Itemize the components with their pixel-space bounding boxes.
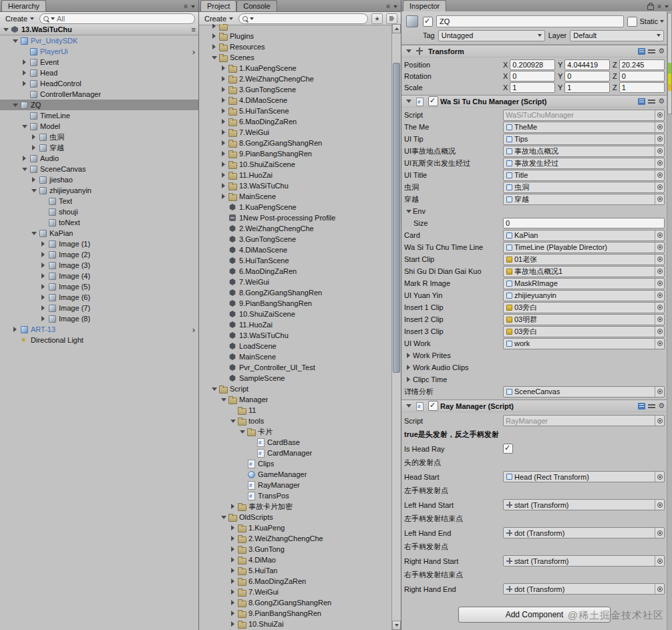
panel-menu-icon[interactable]: ≡ bbox=[386, 3, 390, 10]
number-field[interactable]: 1 bbox=[510, 82, 555, 93]
static-toggle[interactable]: Static bbox=[627, 17, 664, 27]
gameobject-icon[interactable] bbox=[405, 15, 419, 28]
project-row[interactable]: 11 bbox=[199, 405, 392, 416]
project-row[interactable]: Manager bbox=[199, 394, 392, 405]
foldout-closed-icon[interactable] bbox=[39, 271, 47, 281]
object-picker-icon[interactable] bbox=[655, 416, 664, 426]
number-field[interactable]: 1 bbox=[564, 82, 610, 93]
hierarchy-row[interactable]: jieshao bbox=[0, 174, 198, 185]
text-field[interactable]: 0 bbox=[503, 218, 665, 228]
foldout-open-icon[interactable] bbox=[238, 427, 246, 436]
project-row[interactable]: MainScene bbox=[199, 191, 392, 202]
project-create-button[interactable]: Create bbox=[202, 13, 235, 23]
tab-hierarchy[interactable]: Hierarchy bbox=[1, 0, 46, 11]
object-picker-icon[interactable] bbox=[655, 528, 664, 538]
gear-icon[interactable]: ⚙ bbox=[658, 98, 665, 105]
component-header[interactable]: Ray Manager (Script)⚙ bbox=[401, 400, 667, 412]
foldout-closed-icon[interactable] bbox=[228, 609, 237, 618]
project-row[interactable]: 8.GongZiGangShangRen bbox=[199, 597, 392, 608]
project-row[interactable]: Clips bbox=[199, 458, 392, 469]
project-row[interactable]: Script bbox=[199, 383, 392, 394]
hierarchy-row[interactable]: ART-13› bbox=[0, 324, 198, 335]
foldout-closed-icon[interactable] bbox=[219, 96, 228, 105]
hierarchy-row[interactable]: Event bbox=[0, 57, 198, 67]
number-field[interactable]: 4.044419 bbox=[564, 59, 610, 70]
layer-dropdown[interactable]: Default bbox=[570, 30, 664, 41]
project-row[interactable]: 1.KuaPengScene bbox=[199, 63, 392, 73]
object-field[interactable]: RayManager bbox=[503, 415, 665, 426]
project-row[interactable]: SampleScene bbox=[199, 373, 392, 383]
project-row[interactable]: 10.ShuiZai bbox=[199, 619, 392, 629]
project-row[interactable]: LoadScene bbox=[199, 341, 392, 351]
panel-menu-icon[interactable]: ≡ bbox=[657, 3, 661, 10]
object-picker-icon[interactable] bbox=[655, 315, 664, 325]
foldout-row[interactable]: Env bbox=[404, 205, 665, 217]
project-row[interactable]: 11.HuoZai bbox=[199, 319, 392, 330]
inspector-scrollbar[interactable] bbox=[667, 11, 672, 630]
foldout-closed-icon[interactable] bbox=[228, 523, 237, 532]
search-filter-dropdown-icon[interactable] bbox=[250, 17, 254, 20]
project-row[interactable]: RayManager bbox=[199, 480, 392, 490]
object-picker-icon[interactable] bbox=[655, 556, 664, 566]
hierarchy-search-input[interactable]: All bbox=[39, 13, 195, 24]
project-row[interactable]: CardManager bbox=[199, 448, 392, 458]
lock-icon[interactable] bbox=[647, 5, 654, 10]
object-picker-icon[interactable] bbox=[655, 158, 664, 168]
hierarchy-row[interactable]: ControllerManager bbox=[0, 89, 198, 100]
hierarchy-row[interactable]: toNext bbox=[0, 217, 198, 228]
object-field[interactable]: 03明群 bbox=[503, 314, 665, 325]
object-picker-icon[interactable] bbox=[655, 267, 664, 277]
object-picker-icon[interactable] bbox=[655, 170, 664, 180]
search-by-type-button[interactable]: ★ bbox=[371, 13, 383, 24]
project-row[interactable]: 10.ShuiZaiScene bbox=[199, 159, 392, 170]
project-row[interactable]: 5.HuiTanScene bbox=[199, 106, 392, 116]
object-field[interactable]: WaSiTuChuManager bbox=[503, 110, 665, 121]
foldout-open-icon[interactable] bbox=[210, 384, 218, 393]
foldout-closed-icon[interactable] bbox=[228, 566, 237, 575]
object-picker-icon[interactable] bbox=[655, 182, 664, 192]
foldout-closed-icon[interactable] bbox=[228, 555, 237, 565]
object-field[interactable]: 03旁白 bbox=[503, 302, 665, 313]
project-row[interactable]: 10.ShuiZaiScene bbox=[199, 309, 392, 319]
project-row[interactable]: 3.GunTongScene bbox=[199, 234, 392, 245]
project-row[interactable]: 3.GunTongScene bbox=[199, 84, 392, 95]
panel-dropdown-icon[interactable] bbox=[191, 5, 195, 8]
project-row[interactable]: 6.MaoDingZaRen bbox=[199, 116, 392, 127]
foldout-closed-icon[interactable] bbox=[210, 42, 218, 51]
object-field[interactable]: start (Transform) bbox=[503, 499, 665, 510]
project-row[interactable]: MainScene bbox=[199, 351, 392, 362]
object-field[interactable]: 虫洞 bbox=[503, 182, 665, 193]
hierarchy-row[interactable]: Image (6) bbox=[0, 292, 198, 303]
foldout-open-icon[interactable] bbox=[404, 97, 413, 106]
foldout-open-icon[interactable] bbox=[228, 416, 237, 426]
foldout-closed-icon[interactable] bbox=[404, 375, 413, 384]
help-icon[interactable] bbox=[638, 403, 645, 410]
foldout-closed-icon[interactable] bbox=[11, 325, 19, 334]
foldout-closed-icon[interactable] bbox=[39, 303, 47, 313]
project-row[interactable]: 5.HuiTan bbox=[199, 565, 392, 576]
project-row[interactable]: 4.DiMaoScene bbox=[199, 95, 392, 106]
foldout-closed-icon[interactable] bbox=[29, 175, 38, 184]
hierarchy-row[interactable]: ZQ bbox=[0, 100, 198, 110]
foldout-closed-icon[interactable] bbox=[219, 170, 228, 180]
component-enabled-checkbox[interactable] bbox=[428, 96, 438, 106]
object-field[interactable]: 事故地点概况 bbox=[503, 146, 665, 157]
number-field[interactable]: 20.245 bbox=[619, 59, 665, 70]
object-picker-icon[interactable] bbox=[655, 243, 664, 253]
object-picker-icon[interactable] bbox=[655, 134, 664, 144]
foldout-closed-icon[interactable] bbox=[219, 85, 228, 94]
project-row[interactable]: 13.WaSiTuChu bbox=[199, 180, 392, 191]
hierarchy-row[interactable]: shouji bbox=[0, 206, 198, 217]
number-field[interactable]: 0 bbox=[510, 71, 555, 82]
project-row[interactable]: 2.WeiZhangChengChe bbox=[199, 73, 392, 84]
object-field[interactable]: Head (Rect Transform) bbox=[503, 471, 665, 482]
object-picker-icon[interactable] bbox=[655, 230, 664, 241]
help-icon[interactable] bbox=[638, 48, 645, 55]
object-field[interactable]: dot (Transform) bbox=[503, 583, 665, 595]
foldout-row[interactable]: Clipc Time bbox=[404, 373, 665, 385]
project-row[interactable]: 5.HuiTanScene bbox=[199, 255, 392, 266]
foldout-closed-icon[interactable] bbox=[39, 239, 47, 249]
foldout-closed-icon[interactable] bbox=[219, 63, 228, 73]
foldout-closed-icon[interactable] bbox=[20, 57, 29, 67]
object-field[interactable]: 01老张 bbox=[503, 254, 665, 265]
